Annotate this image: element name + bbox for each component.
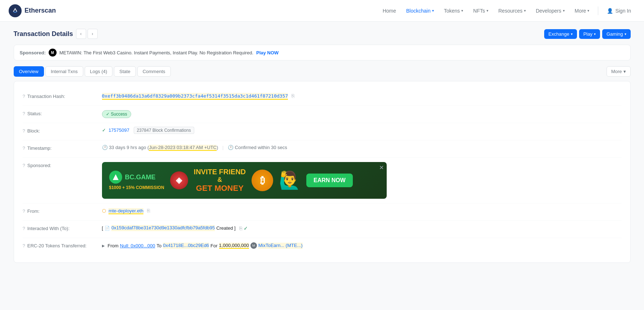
ad-logo-icon: [109, 171, 122, 184]
from-value: ⬡ mte-deployer.eth ⎘: [102, 208, 622, 214]
timestamp-value: 🕐 33 days 9 hrs ago (Jun-28-2023 03:18:4…: [102, 145, 622, 150]
tab-overview[interactable]: Overview: [14, 66, 44, 77]
block-row: ? Block: ✓ 17575097 237847 Block Confirm…: [23, 123, 622, 140]
blockchain-caret: ▾: [432, 9, 434, 13]
sponsored-ad-row: ? Sponsored: BC.GAME $1000 + 15% COMMISS…: [23, 158, 622, 203]
transaction-hash[interactable]: 0xeff3b9486da13a6df8329a009b2373cfa4ef53…: [102, 93, 288, 100]
metawin-icon: M: [49, 49, 57, 57]
nav-nfts[interactable]: NFTs ▾: [469, 5, 493, 17]
help-icon-from: ?: [23, 208, 25, 214]
ad-close-button[interactable]: ✕: [379, 164, 384, 171]
more-dropdown-button[interactable]: More ▾: [607, 66, 631, 77]
nav-divider: [598, 6, 598, 15]
ad-commission: $1000 + 15% COMMISSION: [109, 185, 164, 190]
nav-more[interactable]: More ▾: [570, 5, 594, 17]
tab-comments[interactable]: Comments: [137, 66, 171, 77]
interacted-address[interactable]: 0x159cdaf78be31e730d9e1330adfcfbb79a5fdb…: [111, 225, 215, 231]
more-caret: ▾: [587, 9, 589, 13]
nav-resources[interactable]: Resources ▾: [494, 5, 530, 17]
timestamp-row: ? Timestamp: 🕐 33 days 9 hrs ago (Jun-28…: [23, 140, 622, 158]
page-title: Transaction Details: [14, 30, 73, 38]
tab-state[interactable]: State: [114, 66, 136, 77]
resources-caret: ▾: [524, 9, 526, 13]
main-container: Transaction Details ‹ › Exchange ▾ Play …: [5, 22, 639, 270]
from-label: ? From:: [23, 208, 102, 214]
sponsored-text: METAWIN: The First Web3 Casino. Instant …: [59, 50, 253, 55]
help-icon-status: ?: [23, 111, 25, 116]
page-header: Transaction Details ‹ › Exchange ▾ Play …: [14, 29, 631, 39]
signin-button[interactable]: 👤 Sign In: [603, 5, 635, 17]
play-now-link[interactable]: Play NOW: [256, 50, 279, 55]
token-transfer: ▶ From Null: 0x000...000 To 0x41718E...0…: [102, 242, 622, 249]
ad-main-text-section: INVITE FRIEND & GET MONEY: [194, 168, 246, 193]
tabs-row: Overview Internal Txns Logs (4) State Co…: [14, 66, 631, 77]
ad-bitcoin-icon: ₿: [252, 170, 273, 191]
tabs: Overview Internal Txns Logs (4) State Co…: [14, 66, 171, 77]
erc20-label: ? ERC-20 Tokens Transferred:: [23, 242, 102, 248]
copy-from-button[interactable]: ⎘: [147, 208, 150, 214]
main-nav: Home Blockchain ▾ Tokens ▾ NFTs ▾ Resour…: [378, 5, 635, 17]
developers-caret: ▾: [563, 9, 565, 13]
block-number-link[interactable]: 17575097: [108, 127, 129, 133]
token-icon: M: [250, 242, 257, 249]
to-address-link[interactable]: 0x41718E...0bc29Ed6: [163, 243, 209, 249]
block-value: ✓ 17575097 237847 Block Confirmations: [102, 127, 622, 133]
ad-banner[interactable]: BC.GAME $1000 + 15% COMMISSION ◈ INVITE …: [102, 162, 387, 199]
details-card: ? Transaction Hash: 0xeff3b9486da13a6df8…: [14, 81, 631, 263]
verified-icon: ✓: [244, 225, 248, 231]
timestamp-date: Jun-28-2023 03:18:47 AM +UTC: [149, 145, 217, 151]
check-icon: ✓: [106, 112, 110, 117]
nav-arrows: ‹ ›: [76, 29, 98, 39]
sponsored-banner: Sponsored: M METAWIN: The First Web3 Cas…: [14, 45, 631, 60]
status-label: ? Status:: [23, 110, 102, 116]
nav-tokens[interactable]: Tokens ▾: [440, 5, 467, 17]
token-name-link[interactable]: MixToEarn... (MTE...): [258, 243, 303, 249]
logo[interactable]: Etherscan: [9, 4, 56, 17]
status-value: ✓ Success: [102, 110, 622, 118]
tab-internal-txns[interactable]: Internal Txns: [45, 66, 83, 77]
ad-divider-circle: ◈: [170, 171, 188, 189]
nav-developers[interactable]: Developers ▾: [532, 5, 569, 17]
ad-earn-button[interactable]: EARN NOW: [306, 174, 353, 187]
wallet-icon: ⬡: [102, 208, 106, 214]
nav-home[interactable]: Home: [378, 5, 400, 17]
confirmed-clock-icon: 🕐: [228, 145, 234, 150]
transaction-hash-row: ? Transaction Hash: 0xeff3b9486da13a6df8…: [23, 89, 622, 106]
pipe-divider: |: [222, 145, 223, 150]
from-address[interactable]: mte-deployer.eth: [108, 208, 143, 214]
ad-logo-text: BC.GAME: [125, 174, 156, 181]
logo-icon: [9, 4, 22, 17]
sponsored-ad-label: ? Sponsored:: [23, 162, 102, 168]
status-row: ? Status: ✓ Success: [23, 106, 622, 123]
null-address-link[interactable]: Null: 0x000...000: [120, 243, 155, 248]
ad-logo: BC.GAME: [109, 171, 156, 184]
tab-logs[interactable]: Logs (4): [85, 66, 113, 77]
gaming-button[interactable]: Gaming ▾: [602, 29, 631, 39]
transaction-hash-label: ? Transaction Hash:: [23, 93, 102, 99]
nav-blockchain[interactable]: Blockchain ▾: [402, 5, 438, 17]
copy-hash-button[interactable]: ⎘: [292, 93, 294, 99]
erc20-row: ? ERC-20 Tokens Transferred: ▶ From Null…: [23, 238, 622, 255]
copy-interacted-button[interactable]: ⎘: [239, 225, 242, 231]
exchange-button[interactable]: Exchange ▾: [544, 29, 577, 39]
clock-icon: 🕐: [102, 145, 108, 150]
tokens-caret: ▾: [461, 9, 463, 13]
next-arrow[interactable]: ›: [88, 29, 98, 39]
help-icon-timestamp: ?: [23, 145, 25, 151]
help-icon-block: ?: [23, 128, 25, 134]
ad-invite-text: INVITE FRIEND: [194, 168, 246, 176]
help-icon-interacted: ?: [23, 226, 25, 231]
gaming-caret: ▾: [625, 32, 626, 36]
ad-person-emoji: 🙋‍♂️: [279, 172, 301, 189]
play-button[interactable]: Play ▾: [579, 29, 600, 39]
interacted-label: ? Interacted With (To):: [23, 225, 102, 231]
svg-marker-1: [113, 174, 119, 180]
interacted-content: [ 📄 0x159cdaf78be31e730d9e1330adfcfbb79a…: [102, 225, 622, 231]
prev-arrow[interactable]: ‹: [76, 29, 86, 39]
page-title-row: Transaction Details ‹ ›: [14, 29, 98, 39]
erc20-amount: 1,000,000,000: [219, 243, 249, 249]
logo-text: Etherscan: [25, 7, 56, 14]
ad-get-money: GET MONEY: [196, 184, 244, 193]
help-icon-erc20: ?: [23, 243, 25, 248]
help-icon-sponsored: ?: [23, 163, 25, 168]
